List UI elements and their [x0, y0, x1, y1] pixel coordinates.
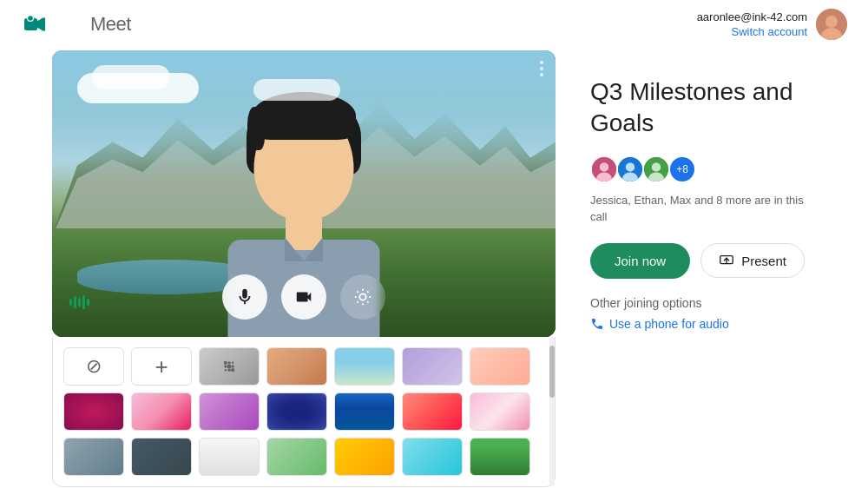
meeting-title: Q3 Milestones and Goals: [590, 76, 816, 140]
mic-icon: [235, 287, 254, 307]
meet-logo-icon: [21, 10, 49, 38]
scrollbar-thumb[interactable]: [549, 346, 555, 398]
bg-thumb-6[interactable]: [402, 347, 463, 386]
video-preview: [52, 50, 556, 337]
svg-point-18: [227, 365, 232, 369]
main-content: ⊘ +: [0, 50, 868, 487]
participant-avatar-1: [590, 155, 618, 183]
app-name-label: Meet: [90, 13, 131, 36]
cloud-2: [92, 65, 170, 89]
effects-button[interactable]: [340, 274, 385, 320]
participant-count-badge: +8: [668, 155, 696, 183]
right-panel: Q3 Milestones and Goals +8 Jessica, Etha…: [590, 50, 816, 331]
present-button[interactable]: Present: [700, 243, 805, 278]
svg-point-13: [359, 293, 365, 300]
audio-bar-4: [82, 295, 85, 309]
svg-point-21: [227, 369, 230, 372]
svg-point-22: [231, 368, 234, 372]
bg-thumb-9[interactable]: [131, 392, 192, 431]
svg-point-14: [224, 361, 227, 365]
svg-point-20: [225, 369, 227, 372]
phone-icon: [590, 317, 604, 331]
menu-dot-3: [540, 73, 543, 76]
svg-point-11: [825, 16, 838, 28]
account-info: aaronlee@ink-42.com Switch account: [697, 10, 807, 39]
menu-dot-1: [540, 61, 543, 64]
audio-bar-2: [74, 296, 76, 308]
video-options-menu[interactable]: [540, 61, 543, 76]
phone-audio-label: Use a phone for audio: [609, 317, 729, 331]
bg-thumb-10[interactable]: [199, 392, 260, 431]
audio-bar-5: [87, 299, 89, 306]
mic-toggle-button[interactable]: [222, 274, 267, 320]
bg-thumb-20[interactable]: [402, 438, 463, 476]
bg-thumb-14[interactable]: [470, 392, 530, 431]
svg-point-17: [224, 365, 227, 367]
audio-bar-3: [78, 298, 81, 307]
bg-thumb-12[interactable]: [334, 392, 395, 431]
bg-thumb-21[interactable]: [470, 438, 530, 476]
scrollbar-track: [549, 337, 555, 486]
svg-point-24: [600, 162, 609, 172]
blur-icon: [220, 358, 238, 375]
camera-icon: [294, 287, 313, 307]
participants-text: Jessica, Ethan, Max and 8 more are in th…: [590, 192, 816, 226]
video-controls: [222, 274, 385, 320]
cloud-3: [253, 79, 340, 101]
bg-thumb-11[interactable]: [266, 392, 327, 431]
present-button-label: Present: [741, 254, 786, 268]
bg-thumb-5[interactable]: [334, 347, 395, 386]
present-icon: [719, 253, 734, 268]
bg-thumb-16[interactable]: [131, 438, 192, 476]
svg-point-19: [232, 365, 234, 367]
user-avatar[interactable]: [816, 9, 847, 40]
participant-avatar-3: [642, 155, 670, 183]
participants-row: +8: [590, 155, 816, 183]
bg-thumb-17[interactable]: [199, 438, 260, 476]
audio-bar-1: [69, 299, 72, 306]
svg-point-30: [652, 162, 661, 172]
svg-marker-7: [37, 17, 45, 31]
video-panel: ⊘ +: [52, 50, 556, 487]
svg-point-16: [232, 362, 234, 365]
logo-area: Meet: [21, 10, 131, 38]
account-area: aaronlee@ink-42.com Switch account: [697, 9, 847, 40]
other-options-label: Other joining options: [590, 296, 816, 310]
bg-thumb-19[interactable]: [334, 438, 395, 476]
join-buttons-row: Join now Present: [590, 243, 816, 279]
camera-toggle-button[interactable]: [281, 274, 326, 320]
bg-row-1: ⊘ +: [63, 347, 544, 386]
audio-indicator: [69, 295, 89, 309]
bg-none-button[interactable]: ⊘: [63, 347, 124, 386]
switch-account-link[interactable]: Switch account: [732, 25, 807, 38]
join-now-button[interactable]: Join now: [590, 243, 690, 279]
svg-point-15: [227, 361, 230, 364]
app-header: Meet aaronlee@ink-42.com Switch account: [0, 0, 868, 49]
svg-point-9: [28, 16, 33, 21]
svg-point-27: [626, 162, 635, 172]
menu-dot-2: [540, 67, 543, 70]
shirt-collar: [285, 237, 323, 261]
bg-row-2: [63, 392, 544, 431]
background-selector: ⊘ +: [52, 337, 556, 487]
bg-thumb-8[interactable]: [63, 392, 124, 431]
bg-blur-button[interactable]: [199, 347, 260, 386]
bg-thumb-7[interactable]: [470, 347, 530, 386]
hair-side-left: [247, 107, 265, 150]
participant-count-label: +8: [676, 163, 688, 175]
bg-thumb-13[interactable]: [402, 392, 463, 431]
account-email: aaronlee@ink-42.com: [697, 10, 807, 23]
bg-thumb-18[interactable]: [266, 438, 327, 476]
bg-row-3: [63, 438, 544, 476]
bg-thumb-15[interactable]: [63, 438, 124, 476]
phone-audio-link[interactable]: Use a phone for audio: [590, 317, 816, 331]
effects-icon: [353, 287, 372, 307]
bg-add-button[interactable]: +: [131, 347, 192, 386]
participant-avatar-2: [616, 155, 644, 183]
bg-thumb-4[interactable]: [266, 347, 327, 386]
